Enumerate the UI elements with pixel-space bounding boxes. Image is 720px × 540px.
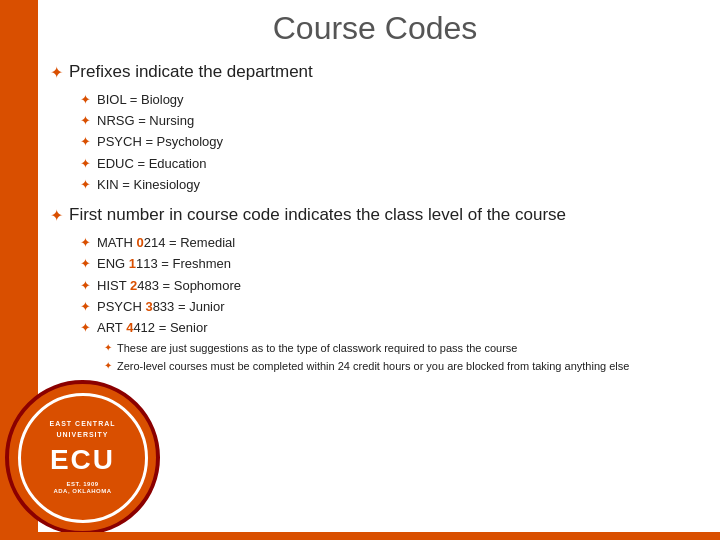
paw-icon-2: ✦ <box>50 206 63 225</box>
course-eng: ENG 1113 = Freshmen <box>97 255 231 273</box>
section-firstnum-header: ✦ First number in course code indicates … <box>50 204 710 226</box>
paw-icon: ✦ <box>80 113 91 128</box>
list-item: ✦ KIN = Kinesiology <box>80 176 710 194</box>
course-math: MATH 0214 = Remedial <box>97 234 235 252</box>
course-psych: PSYCH 3833 = Junior <box>97 298 225 316</box>
list-item: ✦ NRSG = Nursing <box>80 112 710 130</box>
prefix-item-nrsg: NRSG = Nursing <box>97 112 194 130</box>
highlight-0: 0 <box>136 235 143 250</box>
prefix-item-kin: KIN = Kinesiology <box>97 176 200 194</box>
list-item: ✦ ART 4412 = Senior <box>80 319 710 337</box>
prefix-item-psych: PSYCH = Psychology <box>97 133 223 151</box>
note-1: These are just suggestions as to the typ… <box>117 341 518 356</box>
list-item: ✦ EDUC = Education <box>80 155 710 173</box>
paw-icon: ✦ <box>80 278 91 293</box>
sub-sub-item: ✦ These are just suggestions as to the t… <box>104 341 710 356</box>
paw-icon: ✦ <box>80 92 91 107</box>
paw-icon: ✦ <box>80 156 91 171</box>
paw-icon: ✦ <box>80 177 91 192</box>
paw-icon-small: ✦ <box>104 342 112 353</box>
list-item: ✦ PSYCH 3833 = Junior <box>80 298 710 316</box>
prefix-item-biol: BIOL = Biology <box>97 91 184 109</box>
note-2: Zero-level courses must be completed wit… <box>117 359 629 374</box>
slide: EAST CENTRAL UNIVERSITY ECU EST. 1909 AD… <box>0 0 720 540</box>
paw-icon-small: ✦ <box>104 360 112 371</box>
section-firstnum-title: First number in course code indicates th… <box>69 204 566 226</box>
highlight-1: 1 <box>129 256 136 271</box>
notes-list: ✦ These are just suggestions as to the t… <box>104 341 710 375</box>
content-area: Course Codes ✦ Prefixes indicate the dep… <box>50 10 710 530</box>
highlight-2: 2 <box>130 278 137 293</box>
paw-icon-1: ✦ <box>50 63 63 82</box>
list-item: ✦ MATH 0214 = Remedial <box>80 234 710 252</box>
list-item: ✦ HIST 2483 = Sophomore <box>80 277 710 295</box>
paw-icon: ✦ <box>80 299 91 314</box>
paw-icon: ✦ <box>80 320 91 335</box>
list-item: ✦ BIOL = Biology <box>80 91 710 109</box>
highlight-4: 4 <box>126 320 133 335</box>
paw-icon: ✦ <box>80 256 91 271</box>
paw-icon: ✦ <box>80 134 91 149</box>
prefix-item-educ: EDUC = Education <box>97 155 206 173</box>
page-title: Course Codes <box>50 10 700 47</box>
section-prefixes-title: Prefixes indicate the department <box>69 61 313 83</box>
bottom-bar <box>0 532 720 540</box>
firstnum-list: ✦ MATH 0214 = Remedial ✦ ENG 1113 = Fres… <box>80 234 710 375</box>
section-prefixes-header: ✦ Prefixes indicate the department <box>50 61 710 83</box>
highlight-3: 3 <box>145 299 152 314</box>
paw-icon: ✦ <box>80 235 91 250</box>
list-item: ✦ ENG 1113 = Freshmen <box>80 255 710 273</box>
prefixes-list: ✦ BIOL = Biology ✦ NRSG = Nursing ✦ PSYC… <box>80 91 710 194</box>
course-art: ART 4412 = Senior <box>97 319 207 337</box>
list-item: ✦ PSYCH = Psychology <box>80 133 710 151</box>
sub-sub-item: ✦ Zero-level courses must be completed w… <box>104 359 710 374</box>
course-hist: HIST 2483 = Sophomore <box>97 277 241 295</box>
